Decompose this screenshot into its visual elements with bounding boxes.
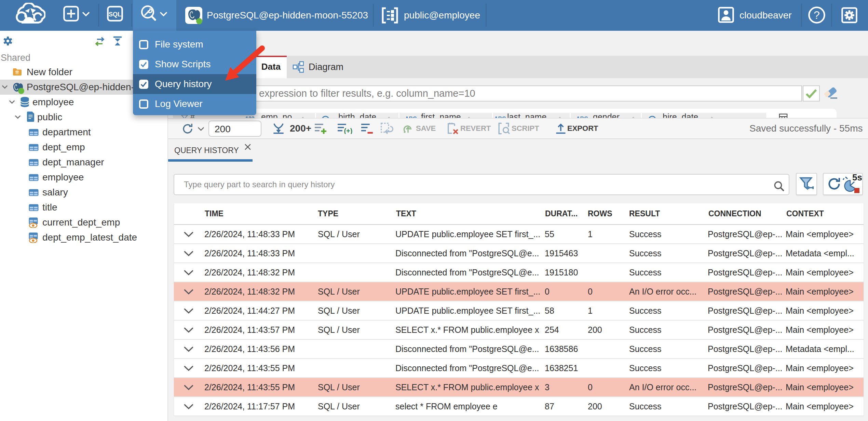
svg-text:5s: 5s xyxy=(852,172,862,182)
svg-text:SQL: SQL xyxy=(109,11,121,18)
svg-text:(+): (+) xyxy=(344,127,352,134)
svg-text:?: ? xyxy=(814,9,820,21)
